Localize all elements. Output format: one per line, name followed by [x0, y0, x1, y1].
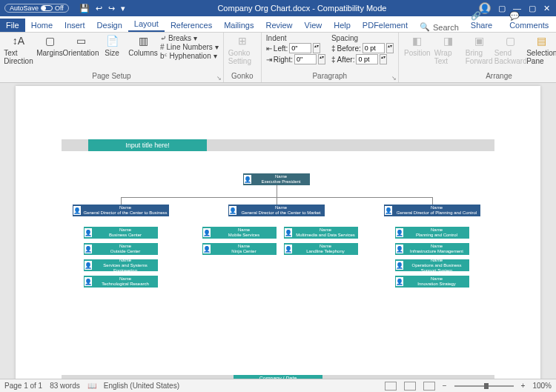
save-icon[interactable]: 💾	[79, 4, 90, 13]
tab-help[interactable]: Help	[328, 19, 357, 32]
tab-review[interactable]: Review	[260, 19, 299, 32]
line-numbers-button[interactable]: # Line Numbers ▾	[160, 43, 219, 51]
zoom-slider[interactable]	[454, 385, 514, 387]
wrap-text-button: ◨Wrap Text	[434, 34, 463, 65]
org-node-president[interactable]: NameExecutive President	[243, 173, 310, 185]
document-canvas[interactable]: Input title here! NameExecutive Presiden…	[0, 83, 556, 379]
org-node[interactable]: NameInnovation Strategy	[395, 276, 469, 288]
bring-forward-button: ▣Bring Forward	[466, 34, 494, 65]
tab-references[interactable]: References	[165, 19, 218, 32]
indent-left[interactable]: ⇤ Left:▴▾	[266, 43, 325, 53]
org-node[interactable]: NameTechnological Research	[84, 276, 158, 288]
redo-icon[interactable]: ↪	[108, 4, 115, 13]
autosave-toggle[interactable]: AutoSave Off	[4, 4, 69, 13]
share-button[interactable]: 🔗 Share	[465, 9, 503, 32]
org-chart: NameExecutive President NameGeneral Dire…	[62, 173, 494, 369]
tab-layout[interactable]: Layout	[128, 17, 165, 32]
gonko-setting-button: ⊞Gonko Setting	[228, 34, 257, 65]
tab-pdfelement[interactable]: PDFelement	[357, 19, 414, 32]
status-bar: Page 1 of 1 83 words 📖 English (United S…	[0, 379, 556, 392]
text-direction-button[interactable]: ↕AText Direction	[4, 34, 33, 65]
size-button[interactable]: 📄Size	[98, 34, 126, 57]
group-paragraph: Indent ⇤ Left:▴▾ ⇥ Right:▴▾ Spacing ‡ Be…	[262, 33, 399, 82]
org-node[interactable]: NameMultimedia and Data Services	[284, 227, 358, 239]
status-language[interactable]: English (United States)	[104, 382, 179, 390]
org-node[interactable]: NameLandline Telephony	[284, 243, 358, 255]
zoom-in-icon[interactable]: +	[521, 382, 526, 390]
group-page-setup: ↕AText Direction ▢Margins ▭Orientation 📄…	[0, 33, 224, 82]
page[interactable]: Input title here! NameExecutive Presiden…	[16, 86, 540, 379]
tell-me-search[interactable]: 🔍 Search	[414, 22, 465, 32]
web-layout-icon[interactable]	[423, 382, 435, 391]
org-node-director[interactable]: NameGeneral Director of Planning and Con…	[384, 205, 480, 216]
print-layout-icon[interactable]	[404, 382, 416, 391]
org-node[interactable]: NamePlanning and Control	[395, 227, 469, 239]
ribbon-tabs: File Home Insert Design Layout Reference…	[0, 16, 556, 33]
org-node[interactable]: NameOperations and Business Support Syst…	[395, 259, 469, 271]
tab-home[interactable]: Home	[25, 19, 59, 32]
paragraph-dialog-icon[interactable]: ↘	[391, 75, 397, 82]
org-node[interactable]: NameNinja Center	[202, 243, 277, 255]
send-backward-button: ▢Send Backward	[497, 34, 525, 65]
indent-heading: Indent	[266, 34, 325, 42]
group-arrange: ◧Position ◨Wrap Text ▣Bring Forward ▢Sen…	[399, 33, 556, 82]
org-node-director[interactable]: NameGeneral Director of the Center to Bu…	[73, 205, 169, 216]
org-node[interactable]: NameServices and Systems Engineering	[84, 259, 158, 271]
org-node[interactable]: NameInfrastructure Management	[395, 243, 469, 255]
document-title: Company Org Chart.docx - Compatibility M…	[125, 4, 479, 13]
spacing-before[interactable]: ‡ Before:▴▾	[331, 43, 394, 53]
position-button: ◧Position	[403, 34, 431, 57]
spacing-after[interactable]: ‡ After:▴▾	[331, 54, 394, 64]
status-words[interactable]: 83 words	[50, 382, 80, 390]
title-placeholder[interactable]: Input title here!	[88, 139, 207, 151]
title-banner: Input title here!	[62, 139, 494, 151]
group-gonko: ⊞Gonko Setting Gonko	[224, 33, 262, 82]
org-node[interactable]: NameOutside Center	[84, 243, 158, 255]
tab-view[interactable]: View	[299, 19, 328, 32]
spacing-heading: Spacing	[331, 34, 394, 42]
tab-mailings[interactable]: Mailings	[218, 19, 259, 32]
columns-button[interactable]: ▥Columns	[129, 34, 157, 57]
org-node[interactable]: NameMobile Services	[202, 227, 277, 239]
page-setup-dialog-icon[interactable]: ↘	[216, 75, 222, 82]
ribbon: ↕AText Direction ▢Margins ▭Orientation 📄…	[0, 33, 556, 83]
undo-icon[interactable]: ↩	[96, 4, 102, 13]
orientation-button[interactable]: ▭Orientation	[67, 34, 95, 57]
selection-pane-button[interactable]: ▤Selection Pane	[528, 34, 556, 65]
read-mode-icon[interactable]	[385, 382, 397, 391]
comments-button[interactable]: 💬 Comments	[503, 9, 556, 32]
status-page[interactable]: Page 1 of 1	[4, 382, 42, 390]
zoom-level[interactable]: 100%	[532, 382, 552, 390]
tab-design[interactable]: Design	[91, 19, 128, 32]
tab-insert[interactable]: Insert	[59, 19, 91, 32]
hyphenation-button[interactable]: bᶜ Hyphenation ▾	[160, 52, 219, 60]
org-node-director[interactable]: NameGeneral Director of the Center to Ma…	[228, 205, 325, 216]
tab-file[interactable]: File	[0, 19, 25, 32]
breaks-button[interactable]: ⤶ Breaks ▾	[160, 34, 219, 42]
margins-button[interactable]: ▢Margins	[36, 34, 64, 57]
indent-right[interactable]: ⇥ Right:▴▾	[266, 54, 325, 64]
org-node[interactable]: NameBusiness Center	[84, 227, 158, 239]
proofing-icon[interactable]: 📖	[87, 382, 96, 390]
zoom-out-icon[interactable]: −	[443, 382, 447, 390]
